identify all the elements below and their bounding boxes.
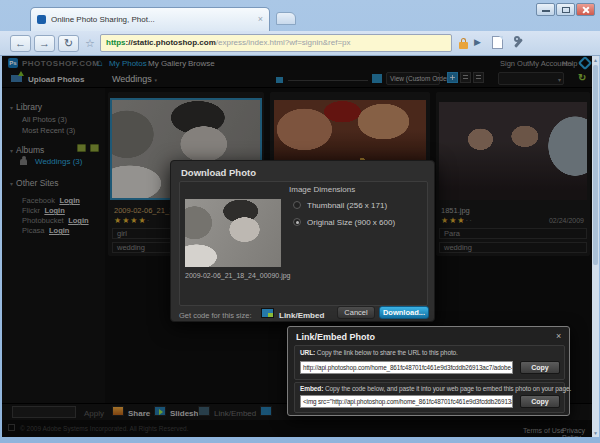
preview-filename: 2009-02-06_21_18_24_00090.jpg [185, 272, 291, 279]
url-help-text: URL: Copy the link below to share the UR… [300, 349, 458, 356]
photo-preview [185, 199, 281, 267]
radio-original-size[interactable] [293, 218, 301, 226]
copy-embed-button[interactable]: Copy [520, 395, 560, 408]
back-button[interactable]: ← [10, 35, 31, 52]
scrollbar-thumb[interactable] [593, 65, 598, 265]
reload-button[interactable]: ↻ [58, 35, 79, 52]
embed-section: Embed: Copy the code below, and paste it… [294, 382, 565, 413]
url-scheme: https [106, 38, 126, 47]
browser-window: Online Photo Sharing, Phot... × ← → ↻ ☆ … [0, 0, 600, 443]
embed-help-text: Embed: Copy the code below, and paste it… [300, 385, 571, 392]
url-path: /express/index.html?wf=signin&ref=px [216, 38, 351, 47]
scroll-down-icon[interactable]: ▼ [592, 429, 599, 437]
new-tab-button[interactable] [276, 12, 296, 25]
url-host: ://static.photoshop.com [126, 38, 216, 47]
browser-tab[interactable]: Online Photo Sharing, Phot... × [30, 7, 270, 31]
scroll-up-icon[interactable]: ▲ [592, 56, 599, 64]
download-photo-dialog: Download Photo 2009-02-06_21_18_24_00090… [170, 160, 435, 322]
link-embed-popup: Link/Embed Photo × URL: Copy the link be… [287, 326, 570, 416]
page-content: Ps PHOTOSHOP.COM ⌂ My Photos My Gallery … [2, 56, 592, 437]
close-button[interactable] [576, 3, 595, 16]
tab-close-icon[interactable]: × [258, 15, 263, 24]
url-section: URL: Copy the link below to share the UR… [294, 345, 565, 380]
page-menu-icon[interactable] [492, 36, 503, 49]
radio-thumbnail-label[interactable]: Thumbnail (256 x 171) [307, 201, 387, 210]
address-bar[interactable]: https://static.photoshop.com/express/ind… [100, 34, 452, 52]
copy-url-button[interactable]: Copy [520, 361, 560, 374]
window-controls [536, 3, 595, 16]
url-input[interactable]: http://api.photoshop.com/home_861fc48701… [300, 361, 513, 374]
radio-original-size-label[interactable]: Original Size (900 x 600) [307, 218, 395, 227]
embed-input[interactable]: <img src="http://api.photoshop.com/home_… [300, 395, 513, 408]
bookmark-star-icon[interactable]: ☆ [85, 37, 95, 50]
cancel-button[interactable]: Cancel [337, 306, 375, 319]
scrollbar[interactable]: ▲ ▼ [592, 56, 599, 437]
tab-favicon-icon [37, 15, 46, 24]
image-dimensions-label: Image Dimensions [289, 185, 355, 194]
tab-title: Online Photo Sharing, Phot... [51, 15, 253, 24]
radio-thumbnail[interactable] [293, 201, 301, 209]
close-icon[interactable]: × [556, 331, 561, 341]
minimize-button[interactable] [536, 3, 555, 16]
forward-button[interactable]: → [34, 35, 55, 52]
link-embed-link[interactable]: Link/Embed [279, 311, 324, 320]
download-button[interactable]: Download... [379, 306, 429, 319]
dialog-title: Download Photo [181, 167, 256, 178]
go-button[interactable]: ▶ [474, 37, 481, 47]
maximize-button[interactable] [556, 3, 575, 16]
link-embed-icon [261, 308, 274, 318]
get-code-label: Get code for this size: [179, 311, 252, 320]
popup-title: Link/Embed Photo [296, 332, 375, 342]
